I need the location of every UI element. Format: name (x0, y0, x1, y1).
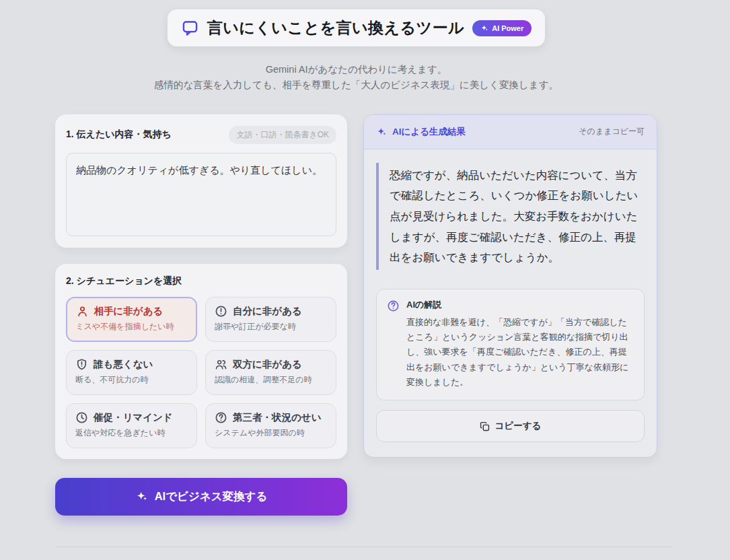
result-panel: AIによる生成結果 そのままコピー可 恐縮ですが、納品いただいた内容について、当… (363, 114, 657, 458)
result-panel-header: AIによる生成結果 そのままコピー可 (364, 115, 657, 149)
copy-button[interactable]: コピーする (376, 410, 645, 442)
option-title: 催促・リマインド (94, 411, 173, 424)
situation-option-third-party[interactable]: 第三者・状況のせい システムや外部要因の時 (205, 403, 336, 448)
option-subtitle: 返信や対応を急ぎたい時 (75, 427, 188, 439)
ai-power-badge: AI Power (472, 20, 532, 36)
option-title: 第三者・状況のせい (233, 411, 322, 424)
convert-button[interactable]: AIでビジネス変換する (55, 478, 347, 516)
input-section-label: 1. 伝えたい内容・気持ち (66, 129, 172, 141)
option-title: 双方に非がある (233, 358, 302, 371)
option-title: 誰も悪くない (94, 358, 153, 371)
question-circle-icon (215, 411, 227, 424)
situation-option-both-at-fault[interactable]: 双方に非がある 認識の相違、調整不足の時 (205, 350, 336, 395)
person-icon (76, 305, 89, 318)
chat-bubble-icon (181, 19, 199, 37)
ai-power-badge-label: AI Power (492, 24, 523, 32)
question-circle-icon (387, 300, 400, 312)
result-panel-title: AIによる生成結果 (392, 126, 466, 138)
option-title: 自分に非がある (233, 305, 302, 318)
sparkle-icon (135, 490, 148, 503)
shield-exclamation-icon (75, 358, 88, 371)
app-description-line1: Gemini AIがあなたの代わりに考えます。 (55, 62, 657, 77)
copy-ready-note: そのままコピー可 (579, 126, 645, 137)
page: 言いにくいことを言い換えるツール AI Power Gemini AIがあなたの… (55, 0, 657, 516)
option-subtitle: 謝罪や訂正が必要な時 (215, 321, 327, 332)
option-subtitle: 認識の相違、調整不足の時 (215, 374, 327, 386)
situation-option-self-at-fault[interactable]: 自分に非がある 謝罪や訂正が必要な時 (205, 297, 336, 342)
copy-icon (480, 421, 490, 431)
situation-card: 2. シチュエーションを選択 相手に非がある ミスや不備を指摘したい時 (55, 264, 347, 459)
option-subtitle: システムや外部要因の時 (215, 427, 327, 439)
generated-result-text: 恐縮ですが、納品いただいた内容について、当方で確認したところ、いくつか修正をお願… (376, 163, 645, 270)
people-icon (215, 358, 227, 371)
input-card: 1. 伝えたい内容・気持ち 文語・口語・箇条書きOK (55, 114, 347, 248)
app-description-line2: 感情的な言葉を入力しても、相手を尊重した「大人のビジネス表現」に美しく変換します… (55, 77, 657, 93)
sparkle-icon (376, 127, 387, 137)
situation-option-no-one-at-fault[interactable]: 誰も悪くない 断る、不可抗力の時 (66, 350, 197, 395)
explanation-body: 直接的な非難を避け、「恐縮ですが」「当方で確認したところ」というクッション言葉と… (406, 315, 634, 390)
clock-icon (75, 411, 88, 424)
option-title: 相手に非がある (94, 305, 163, 318)
bottom-divider (55, 547, 673, 547)
situation-option-reminder[interactable]: 催促・リマインド 返信や対応を急ぎたい時 (66, 403, 197, 448)
input-hint-badge: 文語・口語・箇条書きOK (229, 126, 336, 144)
app-description: Gemini AIがあなたの代わりに考えます。 感情的な言葉を入力しても、相手を… (55, 62, 657, 94)
situation-option-other-at-fault[interactable]: 相手に非がある ミスや不備を指摘したい時 (66, 297, 197, 342)
exclamation-circle-icon (215, 305, 227, 318)
sparkle-icon (480, 24, 488, 32)
page-title: 言いにくいことを言い換えるツール (207, 18, 464, 38)
situation-grid: 相手に非がある ミスや不備を指摘したい時 自分に非がある (66, 297, 336, 448)
option-subtitle: ミスや不備を指摘したい時 (76, 321, 188, 332)
app-header: 言いにくいことを言い換えるツール AI Power (168, 9, 546, 46)
option-subtitle: 断る、不可抗力の時 (75, 374, 188, 386)
explanation-title: AIの解説 (406, 299, 634, 311)
ai-explanation-box: AIの解説 直接的な非難を避け、「恐縮ですが」「当方で確認したところ」というクッ… (376, 289, 645, 401)
convert-button-label: AIでビジネス変換する (155, 489, 268, 504)
situation-section-label: 2. シチュエーションを選択 (66, 275, 336, 287)
message-input[interactable] (66, 153, 336, 236)
copy-button-label: コピーする (495, 420, 542, 432)
